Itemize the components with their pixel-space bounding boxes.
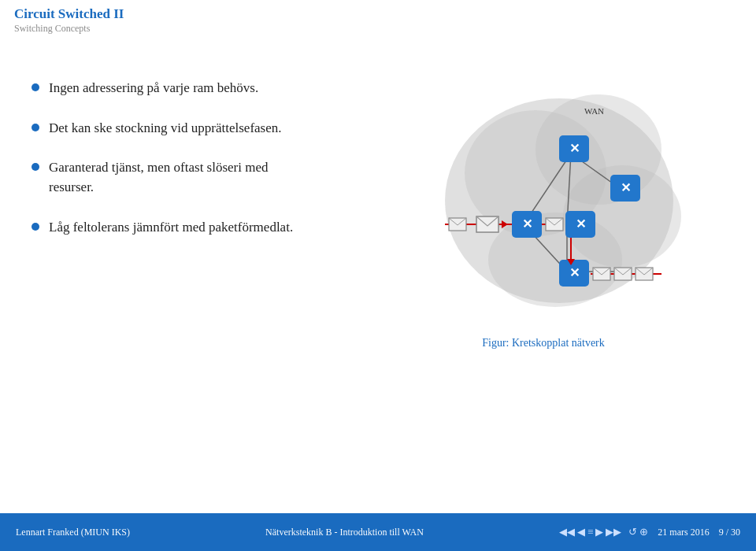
- svg-point-0: [445, 98, 673, 303]
- slide-subtitle: Switching Concepts: [14, 23, 124, 35]
- svg-point-2: [536, 94, 662, 205]
- list-item: Det kan ske stockning vid upprättelsefas…: [32, 119, 307, 139]
- svg-rect-26: [559, 260, 589, 287]
- svg-rect-19: [546, 218, 563, 231]
- svg-point-4: [488, 213, 622, 307]
- header: Circuit Switched II Switching Concepts: [14, 6, 124, 35]
- nav-last-icon[interactable]: ▶▶: [606, 526, 621, 538]
- bullet-dot: [32, 223, 39, 231]
- list-item: Låg feltolerans jämnfört med paketförmed…: [32, 218, 307, 238]
- svg-point-3: [563, 165, 681, 268]
- svg-rect-24: [610, 175, 640, 202]
- bullet-list: Ingen adressering på varje ram behövs. D…: [0, 63, 331, 512]
- svg-rect-30: [636, 268, 653, 280]
- footer-date: 21 mars 2016: [658, 527, 709, 538]
- bullet-text-3: Garanterad tjänst, men oftast slöseri me…: [49, 158, 307, 197]
- svg-text:✕: ✕: [569, 142, 580, 155]
- nav-list-icon[interactable]: ≡: [587, 526, 593, 538]
- list-item: Garanterad tjänst, men oftast slöseri me…: [32, 158, 307, 197]
- bullet-text-2: Det kan ske stockning vid upprättelsefas…: [49, 119, 282, 139]
- svg-rect-28: [593, 268, 610, 280]
- svg-line-8: [567, 153, 571, 224]
- diagram-caption: Figur: Kretskopplat nätverk: [482, 337, 605, 349]
- svg-rect-22: [559, 135, 589, 162]
- bullet-text-1: Ingen adressering på varje ram behövs.: [49, 79, 258, 98]
- bullet-dot: [32, 163, 39, 171]
- nav-icons[interactable]: ◀◀ ◀ ≡ ▶ ▶▶ ↺ ⊕: [559, 526, 648, 538]
- diagram-area: WAN: [331, 63, 756, 512]
- svg-marker-32: [502, 220, 508, 228]
- svg-text:WAN: WAN: [584, 106, 604, 116]
- nav-zoom-icon[interactable]: ⊕: [639, 526, 648, 538]
- network-diagram: WAN: [402, 71, 685, 331]
- svg-rect-17: [512, 211, 542, 238]
- svg-line-6: [524, 153, 571, 224]
- footer-course: Nätverksteknik B - Introduktion till WAN: [265, 527, 424, 538]
- footer: Lennart Franked (MIUN IKS) Nätverkstekni…: [0, 513, 756, 551]
- bullet-dot: [32, 124, 39, 131]
- main-content: Ingen adressering på varje ram behövs. D…: [0, 63, 756, 512]
- footer-page: 9 / 30: [719, 527, 740, 538]
- svg-text:✕: ✕: [576, 217, 586, 231]
- list-item: Ingen adressering på varje ram behövs.: [32, 79, 307, 98]
- svg-rect-16: [476, 216, 498, 232]
- nav-refresh-icon[interactable]: ↺: [628, 526, 637, 538]
- nav-next-icon[interactable]: ▶: [595, 526, 603, 538]
- svg-rect-20: [565, 211, 595, 238]
- svg-point-1: [465, 110, 606, 236]
- svg-text:✕: ✕: [621, 181, 631, 194]
- nav-first-icon[interactable]: ◀◀: [559, 526, 575, 538]
- footer-right: ◀◀ ◀ ≡ ▶ ▶▶ ↺ ⊕ 21 mars 2016 9 / 30: [559, 526, 740, 538]
- svg-rect-31: [449, 218, 466, 231]
- svg-text:✕: ✕: [569, 266, 580, 279]
- svg-text:✕: ✕: [522, 217, 532, 231]
- svg-rect-29: [614, 268, 632, 280]
- svg-marker-33: [567, 259, 575, 265]
- svg-line-10: [571, 153, 626, 193]
- svg-line-7: [524, 224, 567, 272]
- slide-title: Circuit Switched II: [14, 6, 124, 22]
- footer-author: Lennart Franked (MIUN IKS): [16, 527, 130, 538]
- bullet-text-4: Låg feltolerans jämnfört med paketförmed…: [49, 218, 293, 238]
- nav-prev-icon[interactable]: ◀: [577, 526, 585, 538]
- bullet-dot: [32, 83, 39, 91]
